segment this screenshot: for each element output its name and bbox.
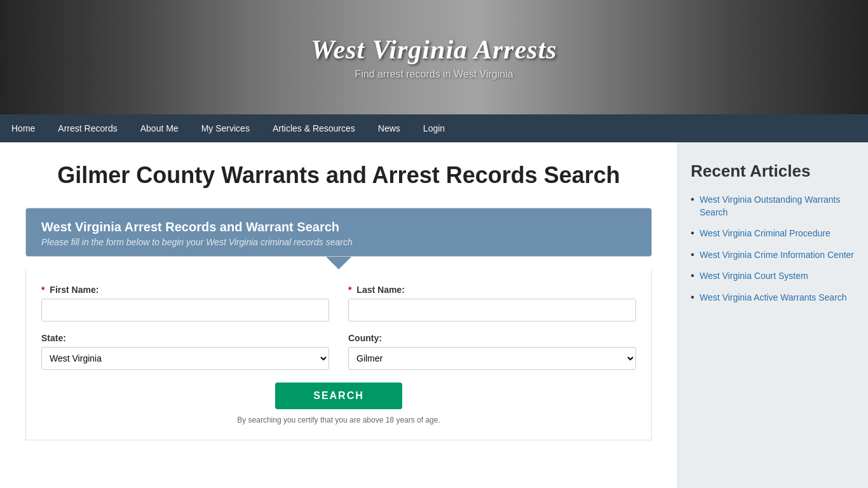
sidebar: Recent Articles West Virginia Outstandin…	[677, 142, 868, 488]
search-box-title: West Virginia Arrest Records and Warrant…	[41, 220, 636, 234]
page-title: Gilmer County Warrants and Arrest Record…	[25, 161, 652, 189]
location-row: State: West Virginia County: Gilmer	[41, 333, 636, 370]
last-name-group: * Last Name:	[348, 285, 636, 322]
state-label: State:	[41, 333, 329, 343]
list-item: West Virginia Criminal Procedure	[691, 227, 855, 240]
search-button[interactable]: SEARCH	[275, 383, 402, 409]
list-item: West Virginia Court System	[691, 270, 855, 283]
search-box-header: West Virginia Arrest Records and Warrant…	[26, 208, 651, 256]
list-item: West Virginia Outstanding Warrants Searc…	[691, 194, 855, 219]
required-star-last: *	[348, 285, 351, 295]
county-group: County: Gilmer	[348, 333, 636, 370]
site-title: West Virginia Arrests	[311, 34, 557, 65]
search-box: West Virginia Arrest Records and Warrant…	[25, 208, 652, 257]
sidebar-title: Recent Articles	[691, 161, 855, 181]
county-label: County:	[348, 333, 636, 343]
main-content: Gilmer County Warrants and Arrest Record…	[0, 142, 677, 488]
site-header: West Virginia Arrests Find arrest record…	[0, 0, 868, 114]
chevron-down-icon	[25, 257, 652, 269]
county-select[interactable]: Gilmer	[348, 347, 636, 370]
nav-home[interactable]: Home	[0, 114, 46, 142]
search-form: * First Name: * Last Name: State:	[25, 269, 652, 440]
disclaimer-text: By searching you certify that you are ab…	[41, 416, 636, 424]
required-star-first: *	[41, 285, 44, 295]
last-name-label: * Last Name:	[348, 285, 636, 295]
main-nav: Home Arrest Records About Me My Services…	[0, 114, 868, 142]
nav-arrest-records[interactable]: Arrest Records	[46, 114, 128, 142]
article-link-3[interactable]: West Virginia Crime Information Center	[700, 250, 854, 260]
list-item: West Virginia Active Warrants Search	[691, 292, 855, 304]
main-wrapper: Gilmer County Warrants and Arrest Record…	[0, 142, 868, 488]
nav-articles-resources[interactable]: Articles & Resources	[261, 114, 367, 142]
first-name-label: * First Name:	[41, 285, 329, 295]
state-select[interactable]: West Virginia	[41, 347, 329, 370]
article-link-5[interactable]: West Virginia Active Warrants Search	[700, 292, 847, 302]
nav-news[interactable]: News	[367, 114, 412, 142]
state-group: State: West Virginia	[41, 333, 329, 370]
header-content: West Virginia Arrests Find arrest record…	[311, 34, 557, 80]
first-name-group: * First Name:	[41, 285, 329, 322]
name-row: * First Name: * Last Name:	[41, 285, 636, 322]
nav-login[interactable]: Login	[412, 114, 456, 142]
list-item: West Virginia Crime Information Center	[691, 249, 855, 262]
site-subtitle: Find arrest records in West Virginia	[311, 69, 557, 80]
first-name-input[interactable]	[41, 299, 329, 322]
article-link-2[interactable]: West Virginia Criminal Procedure	[700, 228, 831, 238]
article-link-1[interactable]: West Virginia Outstanding Warrants Searc…	[700, 194, 841, 217]
nav-my-services[interactable]: My Services	[190, 114, 261, 142]
search-btn-row: SEARCH	[41, 383, 636, 409]
article-link-4[interactable]: West Virginia Court System	[700, 271, 808, 281]
last-name-input[interactable]	[348, 299, 636, 322]
search-box-subtitle: Please fill in the form below to begin y…	[41, 237, 636, 247]
nav-about-me[interactable]: About Me	[129, 114, 190, 142]
recent-articles-list: West Virginia Outstanding Warrants Searc…	[691, 194, 855, 304]
